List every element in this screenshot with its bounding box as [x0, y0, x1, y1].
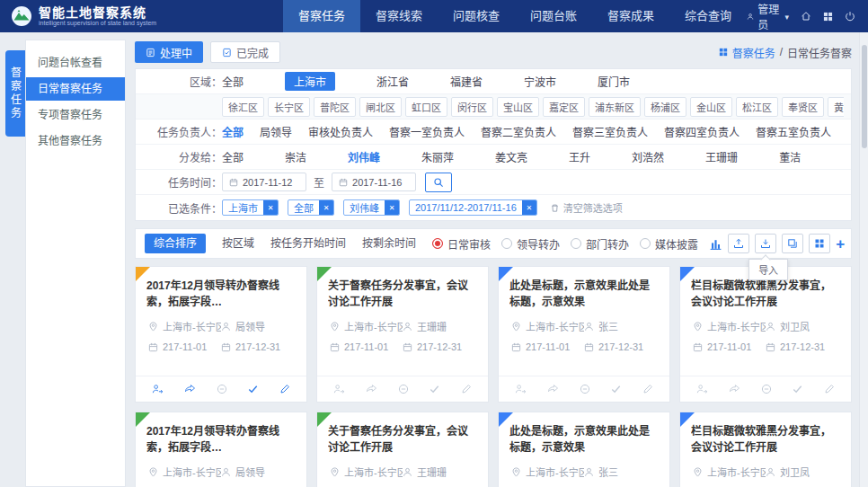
- nav-item[interactable]: 综合查询: [669, 0, 747, 32]
- task-card[interactable]: 2017年12月领导转办督察线索，拓展字段… 上海市-长宁区 局领导 217-1…: [135, 412, 307, 487]
- filter-option[interactable]: 督察五室负责人: [756, 124, 831, 139]
- filter-option[interactable]: 刘浩然: [632, 149, 664, 164]
- filter-option[interactable]: 崇洁: [285, 149, 306, 164]
- filter-option[interactable]: 督察一室负责人: [389, 124, 465, 139]
- assign-icon[interactable]: [696, 384, 708, 394]
- task-card[interactable]: 栏目标题微软雅黑分发事宜，会议讨论工作开展 上海市-长宁区 刘卫凤 217-11…: [679, 266, 852, 403]
- tag-remove-icon[interactable]: [385, 199, 399, 216]
- task-card[interactable]: 关于督察任务分发事宜，会议讨论工作开展 上海市-长宁区 王珊珊 217-11-0…: [316, 412, 489, 487]
- filter-option[interactable]: 厦门市: [598, 74, 630, 89]
- suspend-icon[interactable]: [761, 384, 772, 394]
- nav-item[interactable]: 督察成果: [592, 0, 669, 32]
- filter-option[interactable]: 督察四室负责人: [664, 124, 740, 139]
- assign-icon[interactable]: [333, 384, 345, 394]
- copy-view-button[interactable]: [782, 234, 803, 253]
- task-card[interactable]: 此处是标题，示意效果此处是标题，示意效果 上海市-长宁区 张三 217-11-0…: [498, 412, 670, 487]
- sidebar-item[interactable]: 其他督察任务: [26, 129, 125, 153]
- district-chip[interactable]: 闸北区: [359, 97, 402, 117]
- complete-check-icon[interactable]: [247, 384, 259, 394]
- forward-icon[interactable]: [729, 384, 740, 394]
- edit-pencil-icon[interactable]: [824, 384, 835, 394]
- filter-option[interactable]: 全部: [222, 149, 244, 164]
- import-button[interactable]: 导入: [755, 234, 776, 253]
- tag-remove-icon[interactable]: [263, 199, 278, 216]
- category-radio[interactable]: 部门转办: [571, 236, 629, 252]
- sidebar-item[interactable]: 问题台帐查看: [26, 51, 125, 75]
- edit-pencil-icon[interactable]: [642, 384, 653, 394]
- end-date-input[interactable]: 2017-11-16: [332, 173, 416, 191]
- user-menu[interactable]: 管理员: [747, 1, 789, 31]
- district-chip[interactable]: 普陀区: [314, 97, 356, 117]
- filter-option[interactable]: 董洁: [779, 149, 801, 164]
- clear-filters-button[interactable]: 清空筛选选项: [550, 200, 623, 215]
- sidebar-item[interactable]: 日常督察任务: [26, 77, 125, 101]
- task-card[interactable]: 2017年12月领导转办督察线索，拓展字段… 上海市-长宁区 局领导 217-1…: [135, 266, 307, 403]
- district-chip[interactable]: 徐汇区: [222, 97, 264, 117]
- tag-remove-icon[interactable]: [522, 199, 536, 216]
- filter-option[interactable]: 浙江省: [376, 74, 409, 89]
- sort-option[interactable]: 综合排序: [145, 234, 206, 253]
- complete-check-icon[interactable]: [792, 384, 803, 394]
- filter-option[interactable]: 王升: [569, 149, 590, 164]
- forward-icon[interactable]: [547, 384, 559, 394]
- filter-option[interactable]: 朱丽萍: [421, 149, 454, 164]
- filter-option[interactable]: 全部: [222, 74, 244, 89]
- nav-item[interactable]: 问题台账: [515, 0, 592, 32]
- district-chip[interactable]: 虹口区: [405, 97, 447, 117]
- district-chip[interactable]: 浦东新区: [589, 97, 641, 117]
- filter-option[interactable]: 姜文亮: [495, 149, 527, 164]
- district-chip[interactable]: 宝山区: [497, 97, 539, 117]
- forward-icon[interactable]: [184, 384, 196, 394]
- category-radio[interactable]: 日常审核: [432, 236, 491, 252]
- tab-completed[interactable]: 已完成: [210, 41, 280, 63]
- nav-item[interactable]: 问题核查: [438, 0, 515, 32]
- home-button[interactable]: [801, 11, 811, 22]
- breadcrumb-root[interactable]: 督察任务: [732, 45, 775, 60]
- filter-option[interactable]: 督察二室负责人: [481, 124, 556, 139]
- vertical-tab-inspection-tasks[interactable]: 督察任务: [5, 50, 25, 137]
- logout-button[interactable]: [845, 11, 855, 22]
- suspend-icon[interactable]: [398, 384, 409, 394]
- sort-option[interactable]: 按剩余时间: [362, 234, 416, 253]
- nav-item[interactable]: 督察线索: [360, 0, 438, 32]
- apps-button[interactable]: [823, 12, 833, 22]
- suspend-icon[interactable]: [580, 384, 590, 394]
- filter-option[interactable]: 宁波市: [524, 74, 556, 89]
- filter-option[interactable]: 全部: [222, 124, 244, 139]
- add-task-button[interactable]: [836, 234, 845, 253]
- suspend-icon[interactable]: [217, 384, 227, 394]
- task-card[interactable]: 关于督察任务分发事宜，会议讨论工作开展 上海市-长宁区 王珊珊 217-11-0…: [316, 266, 489, 403]
- nav-item[interactable]: 督察任务: [283, 0, 360, 32]
- page-scrollbar[interactable]: [859, 32, 868, 487]
- sort-option[interactable]: 按任务开始时间: [270, 234, 346, 253]
- sort-option[interactable]: 按区域: [222, 234, 254, 253]
- tab-processing[interactable]: 处理中: [135, 41, 203, 63]
- district-chip[interactable]: 嘉定区: [543, 97, 585, 117]
- task-card[interactable]: 此处是标题，示意效果此处是标题，示意效果 上海市-长宁区 张三 217-11-0…: [498, 266, 670, 403]
- complete-check-icon[interactable]: [610, 384, 622, 394]
- district-chip[interactable]: 黄浦区: [828, 97, 844, 117]
- filter-option[interactable]: 上海市: [285, 72, 335, 91]
- district-chip[interactable]: 松江区: [736, 97, 778, 117]
- export-button[interactable]: [728, 234, 749, 253]
- search-button[interactable]: [425, 173, 452, 192]
- task-card[interactable]: 栏目标题微软雅黑分发事宜，会议讨论工作开展 上海市-长宁区 刘卫凤 217-11…: [679, 412, 852, 487]
- filter-option[interactable]: 王珊珊: [705, 149, 738, 164]
- filter-option[interactable]: 督察三室负责人: [572, 124, 648, 139]
- district-chip[interactable]: 金山区: [690, 97, 732, 117]
- assign-icon[interactable]: [152, 384, 164, 394]
- district-chip[interactable]: 杨浦区: [644, 97, 686, 117]
- district-chip[interactable]: 长宁区: [268, 97, 310, 117]
- edit-pencil-icon[interactable]: [461, 384, 472, 394]
- edit-pencil-icon[interactable]: [279, 384, 290, 394]
- complete-check-icon[interactable]: [429, 384, 440, 394]
- tag-remove-icon[interactable]: [319, 199, 333, 216]
- district-chip[interactable]: 奉贤区: [782, 97, 824, 117]
- filter-option[interactable]: 审核处负责人: [308, 124, 373, 139]
- filter-option[interactable]: 局领导: [260, 124, 292, 139]
- forward-icon[interactable]: [366, 384, 377, 394]
- district-chip[interactable]: 闵行区: [451, 97, 493, 117]
- sidebar-item[interactable]: 专项督察任务: [26, 103, 125, 127]
- start-date-input[interactable]: 2017-11-12: [222, 173, 306, 191]
- filter-option[interactable]: 刘伟峰: [348, 149, 380, 164]
